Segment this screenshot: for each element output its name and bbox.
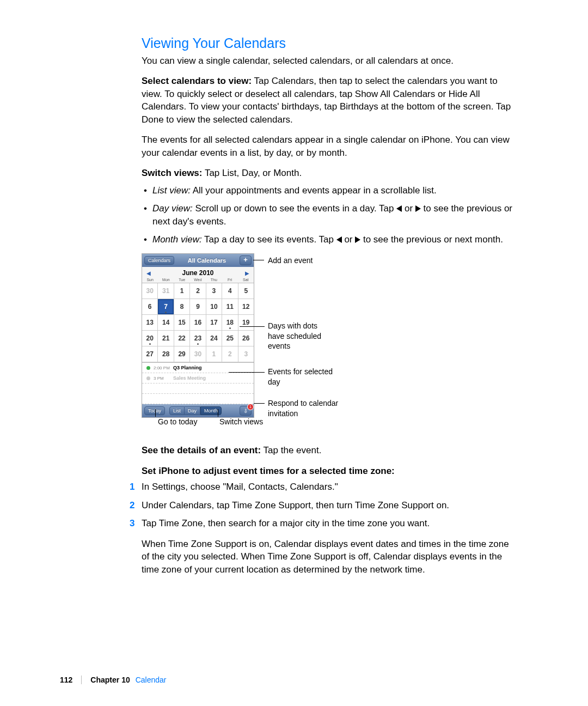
calendar-day[interactable]: 23 [190,331,206,346]
events-area: 2:00 PMQ3 Planning3 PMSales Meeting [142,362,254,404]
page-footer: 112 Chapter 10 Calendar [60,675,167,684]
nav-bar: Calendars All Calendars + [142,254,254,267]
month-view-c: to see the previous or next month. [360,234,503,245]
section-heading: Viewing Your Calendars [142,35,514,51]
calendar-day[interactable]: 8 [174,299,190,315]
list-button[interactable]: List [169,406,185,415]
calendar-day[interactable]: 30 [142,283,158,299]
calendar-day[interactable]: 20 [142,331,158,346]
calendar-day[interactable]: 14 [158,315,174,331]
month-view-label: Month view: [152,234,202,245]
event-row[interactable]: 3 PMSales Meeting [142,373,254,384]
list-view-label: List view: [152,185,191,196]
calendar-day[interactable]: 1 [206,346,222,362]
step-1: 1In Settings, choose "Mail, Contacts, Ca… [142,480,514,493]
calendar-day[interactable]: 21 [158,331,174,346]
step-number: 1 [130,480,134,493]
nav-title: All Calendars [188,257,226,264]
intro-paragraph: You can view a single calendar, selected… [142,54,514,67]
month-button[interactable]: Month [200,406,222,415]
calendar-day[interactable]: 5 [238,283,254,299]
footer-divider [81,675,82,684]
calendar-day[interactable]: 17 [206,315,222,331]
timezone-explanation: When Time Zone Support is on, Calendar d… [142,538,514,576]
event-dot-icon [229,327,231,329]
calendars-button[interactable]: Calendars [144,256,174,265]
calendar-day[interactable]: 11 [222,299,238,315]
callout-line [254,403,265,404]
step-number: 2 [130,499,134,512]
chapter-label: Chapter 10 [90,675,130,684]
bullet-list-view: List view: All your appointments and eve… [152,184,514,197]
calendar-day[interactable]: 3 [206,283,222,299]
see-details-paragraph: See the details of an event: Tap the eve… [142,444,514,457]
day-button[interactable]: Day [185,406,200,415]
calendar-day[interactable]: 31 [158,283,174,299]
prev-month-arrow[interactable]: ◀ [146,270,151,276]
calendar-day[interactable]: 16 [190,315,206,331]
callout-add-event: Add an event [268,255,313,265]
view-segmented-control: List Day Month [169,406,222,415]
calendar-day[interactable]: 6 [142,299,158,315]
step-3-body: Tap Time Zone, then search for a major c… [142,518,430,528]
calendar-color-dot-icon [146,376,150,380]
timezone-heading: Set iPhone to adjust event times for a s… [142,465,514,477]
switch-views-lead: Switch views: [142,168,202,178]
calendar-day[interactable]: 4 [222,283,238,299]
calendar-day[interactable]: 9 [190,299,206,315]
calendar-day[interactable]: 24 [206,331,222,346]
calendar-day[interactable]: 22 [174,331,190,346]
next-month-arrow[interactable]: ▶ [245,270,249,276]
dow-label: Sat [238,277,254,283]
callout-tick [218,409,218,417]
triangle-right-icon [415,205,421,212]
switch-views-body: Tap List, Day, or Month. [202,168,302,178]
calendar-day[interactable]: 12 [238,299,254,315]
calendar-day[interactable]: 27 [142,346,158,362]
calendar-day[interactable]: 18 [222,315,238,331]
events-paragraph: The events for all selected calendars ap… [142,133,514,159]
dow-label: Tue [174,277,190,283]
calendar-day[interactable]: 26 [238,331,254,346]
callout-line [253,260,264,260]
event-dot-icon [197,343,199,345]
calendar-day[interactable]: 7 [158,299,174,315]
event-dot-icon [149,343,151,345]
month-view-a: Tap a day to see its events. Tap [202,234,336,245]
day-view-b: or [402,203,415,214]
calendar-day[interactable]: 30 [190,346,206,362]
step-2: 2Under Calendars, tap Time Zone Support,… [142,499,514,512]
dow-label: Sun [142,277,158,283]
callout-events: Events for selected day [268,367,333,386]
month-title: June 2010 [182,269,213,277]
inbox-button[interactable]: ⇩ 1 [240,406,252,416]
day-view-a: Scroll up or down to see the events in a… [193,203,397,214]
month-header: ◀ June 2010 ▶ [142,267,254,277]
month-view-b: or [342,234,356,245]
callout-dots: Days with dots have scheduled events [268,321,333,351]
calendar-day[interactable]: 10 [206,299,222,315]
dow-label: Wed [190,277,206,283]
calendar-day[interactable]: 3 [238,346,254,362]
triangle-left-icon [336,236,342,243]
callout-line [229,372,265,373]
calendar-day[interactable]: 19 [238,315,254,331]
add-event-button[interactable]: + [240,255,252,265]
calendar-day[interactable]: 1 [174,283,190,299]
calendar-day[interactable]: 25 [222,331,238,346]
event-title: Q3 Planning [173,365,202,370]
calendar-day[interactable]: 29 [174,346,190,362]
calendar-day[interactable]: 2 [222,346,238,362]
calendar-day[interactable]: 13 [142,315,158,331]
select-calendars-lead: Select calendars to view: [142,76,252,86]
calendar-day[interactable]: 15 [174,315,190,331]
event-time: 2:00 PM [154,366,170,370]
empty-event-row [142,394,254,404]
calendar-day[interactable]: 2 [190,283,206,299]
calendar-day[interactable]: 28 [158,346,174,362]
day-of-week-row: SunMonTueWedThuFriSat [142,277,254,283]
list-view-body: All your appointments and events appear … [191,185,437,196]
step-3: 3Tap Time Zone, then search for a major … [142,517,514,530]
step-1-body: In Settings, choose "Mail, Contacts, Cal… [142,482,338,492]
timezone-steps: 1In Settings, choose "Mail, Contacts, Ca… [142,480,514,530]
